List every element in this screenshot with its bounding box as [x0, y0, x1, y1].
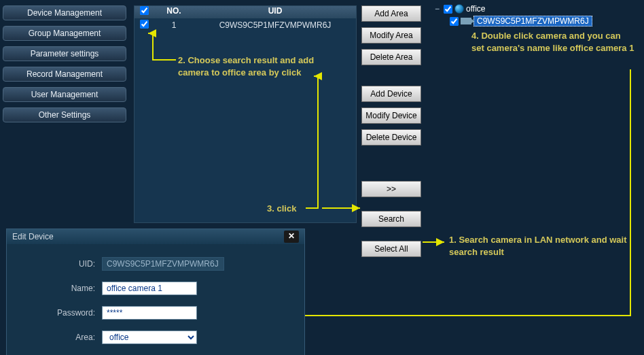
tree-child-checkbox[interactable]: [450, 17, 459, 26]
password-field[interactable]: [102, 306, 197, 320]
search-table-header: NO. UID: [135, 6, 356, 18]
tree-root-label: office: [466, 4, 485, 14]
annotation-3: 3. click: [267, 203, 296, 215]
tree-child-row[interactable]: C9WS9C5P1MFZVMPWMR6J: [435, 15, 639, 27]
globe-icon: [454, 4, 464, 14]
add-area-button[interactable]: Add Area: [361, 5, 421, 22]
area-label: Area:: [14, 333, 102, 342]
tree-collapse-icon[interactable]: −: [435, 4, 442, 14]
row-no: 1: [154, 20, 194, 30]
tree-root-checkbox[interactable]: [444, 5, 452, 14]
row-uid: C9WS9C5P1MFZVMPWMR6J: [194, 20, 356, 30]
annotation-1: 1. Search camera in LAN network and wait…: [449, 234, 632, 258]
nav-parameter-settings[interactable]: Parameter settings: [3, 46, 126, 61]
delete-area-button[interactable]: Delete Area: [361, 49, 421, 65]
nav-user-management[interactable]: User Management: [3, 87, 126, 102]
edit-device-dialog: Edit Device ✕ UID: Name: Password: Area:…: [6, 229, 305, 355]
dialog-titlebar: Edit Device ✕: [7, 229, 304, 244]
select-all-button[interactable]: Select All: [361, 241, 421, 257]
column-header-uid: UID: [194, 6, 356, 18]
nav-other-settings[interactable]: Other Settings: [3, 107, 126, 122]
left-sidebar: Device Management Group Management Param…: [3, 5, 126, 122]
table-row[interactable]: 1 C9WS9C5P1MFZVMPWMR6J: [135, 18, 356, 32]
dialog-title: Edit Device: [12, 232, 54, 241]
annotation-2: 2. Choose search result and add camera t…: [178, 54, 329, 78]
password-label: Password:: [14, 308, 102, 318]
modify-area-button[interactable]: Modify Area: [361, 27, 421, 44]
tree-root-row[interactable]: − office: [435, 3, 639, 15]
add-device-button[interactable]: Add Device: [361, 86, 421, 102]
nav-group-management[interactable]: Group Management: [3, 26, 126, 41]
close-icon[interactable]: ✕: [284, 231, 299, 243]
modify-device-button[interactable]: Modify Device: [361, 107, 421, 124]
tree-child-label[interactable]: C9WS9C5P1MFZVMPWMR6J: [473, 16, 592, 27]
camera-icon: [461, 18, 471, 24]
area-select[interactable]: office: [102, 331, 197, 344]
select-all-checkbox[interactable]: [140, 6, 149, 15]
search-results-panel: NO. UID 1 C9WS9C5P1MFZVMPWMR6J: [134, 5, 357, 223]
uid-label: UID:: [14, 259, 102, 269]
uid-field: [102, 257, 224, 271]
nav-device-management[interactable]: Device Management: [3, 5, 126, 20]
annotation-4: 4. Double click camera and you can set c…: [471, 30, 634, 54]
column-header-no: NO.: [154, 6, 194, 18]
search-button[interactable]: Search: [361, 211, 421, 227]
row-checkbox[interactable]: [140, 20, 149, 29]
action-button-column: Add Area Modify Area Delete Area Add Dev…: [361, 5, 421, 263]
device-tree: − office C9WS9C5P1MFZVMPWMR6J: [435, 3, 639, 27]
nav-record-management[interactable]: Record Management: [3, 67, 126, 82]
name-label: Name:: [14, 284, 102, 293]
move-button[interactable]: >>: [361, 181, 421, 197]
delete-device-button[interactable]: Delete Device: [361, 129, 421, 146]
name-field[interactable]: [102, 282, 197, 295]
